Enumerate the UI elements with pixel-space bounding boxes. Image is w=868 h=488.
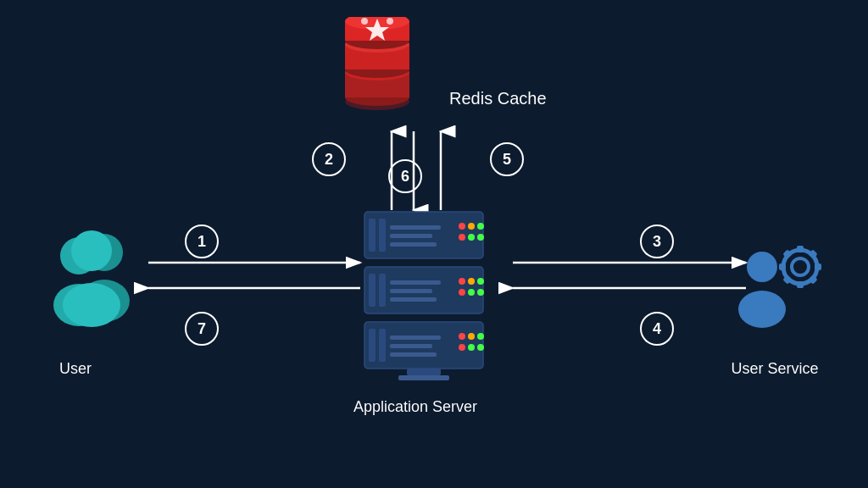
svg-rect-52 <box>390 352 437 357</box>
svg-point-42 <box>468 278 475 285</box>
svg-point-41 <box>459 278 465 285</box>
svg-rect-66 <box>815 263 821 270</box>
svg-rect-39 <box>390 289 432 293</box>
svg-rect-37 <box>379 274 386 307</box>
svg-rect-36 <box>369 274 376 307</box>
server-label: Application Server <box>331 398 500 416</box>
svg-point-53 <box>459 333 465 340</box>
user-label: User <box>59 360 92 378</box>
svg-point-72 <box>738 291 786 328</box>
redis-icon <box>339 17 415 114</box>
svg-point-56 <box>459 344 465 351</box>
svg-point-44 <box>459 289 465 296</box>
svg-rect-38 <box>390 280 441 285</box>
svg-rect-40 <box>390 297 437 302</box>
user-service-icon <box>724 220 834 334</box>
svg-point-54 <box>468 333 475 340</box>
diagram: User Redis Cache <box>0 0 868 488</box>
svg-point-34 <box>477 234 484 241</box>
svg-point-9 <box>63 283 120 327</box>
step-3: 3 <box>640 225 674 258</box>
step-4: 4 <box>640 312 674 346</box>
svg-point-43 <box>477 278 484 285</box>
svg-rect-24 <box>369 219 376 252</box>
svg-point-62 <box>792 258 809 275</box>
svg-rect-65 <box>779 263 786 270</box>
svg-point-32 <box>459 234 465 241</box>
svg-point-21 <box>361 18 368 25</box>
svg-rect-49 <box>379 329 386 362</box>
svg-point-71 <box>747 252 777 282</box>
svg-rect-64 <box>797 281 804 288</box>
step-2: 2 <box>312 142 346 176</box>
svg-point-55 <box>477 333 484 340</box>
step-1: 1 <box>185 225 219 258</box>
user-service-label: User Service <box>707 360 843 378</box>
server-icon <box>356 203 492 393</box>
svg-point-57 <box>468 344 475 351</box>
step-5: 5 <box>490 142 524 176</box>
svg-rect-26 <box>390 225 441 230</box>
svg-rect-28 <box>390 242 437 247</box>
svg-point-46 <box>477 289 484 296</box>
svg-point-30 <box>468 223 475 230</box>
svg-rect-60 <box>398 375 449 380</box>
svg-rect-25 <box>379 219 386 252</box>
svg-rect-27 <box>390 234 432 238</box>
svg-point-58 <box>477 344 484 351</box>
svg-rect-51 <box>390 344 432 348</box>
svg-rect-50 <box>390 336 441 340</box>
svg-point-45 <box>468 289 475 296</box>
svg-rect-59 <box>407 369 441 375</box>
user-icon <box>41 220 142 334</box>
svg-point-31 <box>477 223 484 230</box>
redis-label: Redis Cache <box>449 89 547 108</box>
svg-point-29 <box>459 223 465 230</box>
svg-rect-48 <box>369 329 376 362</box>
svg-point-22 <box>387 18 393 25</box>
svg-rect-63 <box>797 246 804 252</box>
step-6: 6 <box>388 159 422 193</box>
step-7: 7 <box>185 312 219 346</box>
svg-point-33 <box>468 234 475 241</box>
svg-point-8 <box>71 230 112 271</box>
